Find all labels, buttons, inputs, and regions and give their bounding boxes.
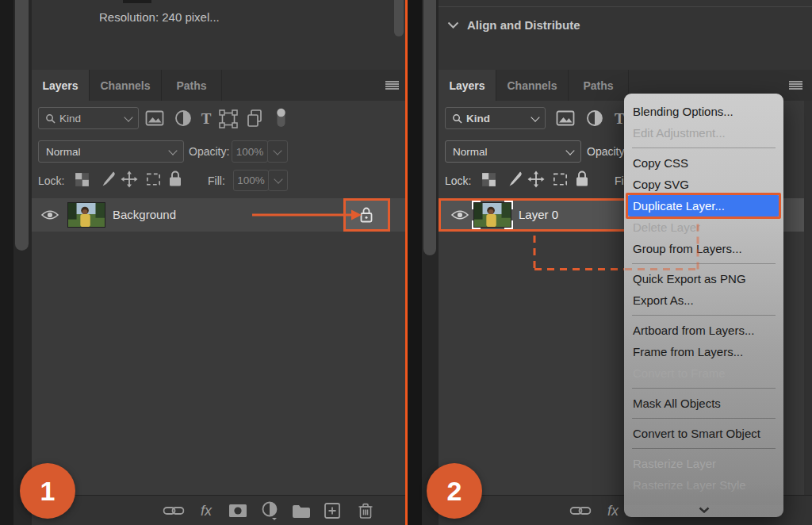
step-badge-1: 1 [20,463,75,519]
step-badge-2: 2 [427,463,482,519]
dashed-connector-line-faded [0,0,812,525]
photoshop-tutorial-screenshot: Resolution: 240 pixel... Layers Channels… [0,0,812,525]
